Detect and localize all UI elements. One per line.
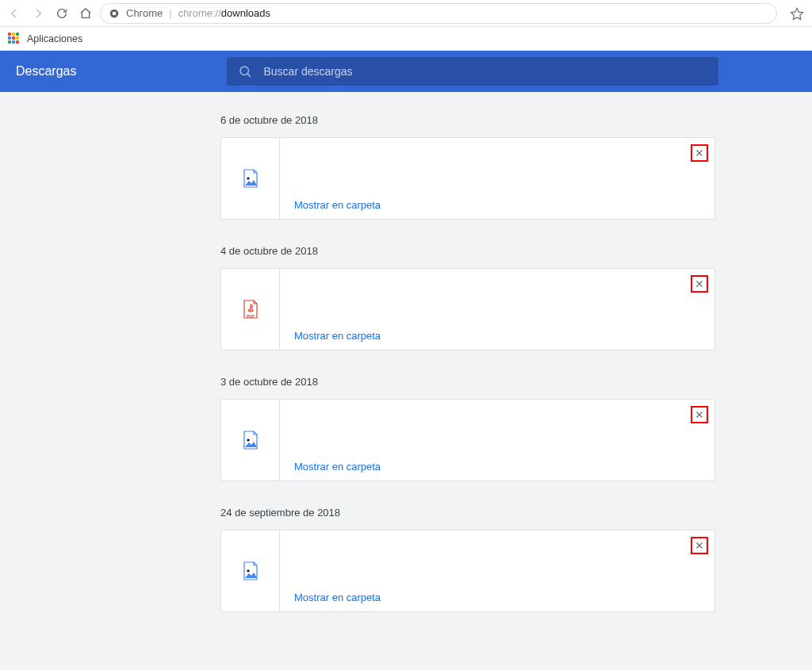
- download-item: Mostrar en carpeta: [220, 137, 715, 220]
- download-body: Mostrar en carpeta: [280, 530, 714, 611]
- omnibox-separator: |: [169, 7, 171, 19]
- group-date: 6 de octubre de 2018: [220, 114, 715, 126]
- show-in-folder-link[interactable]: Mostrar en carpeta: [294, 199, 381, 211]
- url-prefix: chrome://: [178, 7, 221, 19]
- download-body: Mostrar en carpeta: [280, 269, 714, 350]
- close-icon: [695, 148, 704, 158]
- download-item: Mostrar en carpeta: [220, 530, 715, 612]
- svg-point-5: [247, 177, 249, 179]
- svg-point-1: [113, 11, 117, 15]
- svg-point-3: [240, 67, 249, 75]
- download-item: Mostrar en carpeta: [220, 399, 715, 481]
- close-icon: [695, 410, 704, 419]
- file-thumbnail: PDF: [221, 269, 280, 350]
- group-date: 4 de octubre de 2018: [220, 245, 715, 257]
- download-group: 3 de octubre de 2018 Mostrar en carpeta: [220, 376, 715, 481]
- apps-icon[interactable]: [8, 33, 21, 45]
- download-item: PDF Mostrar en carpeta: [220, 268, 715, 350]
- close-icon: [695, 541, 704, 550]
- svg-text:PDF: PDF: [247, 314, 255, 319]
- search-icon: [238, 64, 252, 78]
- search-box[interactable]: [227, 57, 718, 86]
- image-file-icon: [242, 561, 259, 581]
- file-thumbnail: [221, 138, 280, 219]
- image-file-icon: [242, 430, 259, 450]
- remove-download-button[interactable]: [691, 537, 708, 554]
- browser-nav-bar: Chrome | chrome://downloads: [0, 0, 812, 27]
- nav-icon-group: [8, 7, 92, 20]
- group-date: 24 de septiembre de 2018: [220, 507, 715, 519]
- downloads-header: Descargas: [0, 51, 812, 92]
- apps-label[interactable]: Aplicaciones: [27, 33, 82, 44]
- forward-button[interactable]: [32, 7, 44, 20]
- remove-download-button[interactable]: [691, 144, 708, 162]
- file-thumbnail: [221, 400, 280, 480]
- image-file-icon: [242, 168, 259, 189]
- omnibox-url: chrome://downloads: [178, 7, 270, 19]
- page-origin-label: Chrome: [126, 7, 163, 19]
- show-in-folder-link[interactable]: Mostrar en carpeta: [294, 330, 381, 342]
- pdf-file-icon: PDF: [242, 299, 259, 320]
- svg-point-11: [247, 438, 249, 441]
- url-path: downloads: [221, 7, 270, 19]
- search-input[interactable]: [263, 65, 707, 78]
- omnibox[interactable]: Chrome | chrome://downloads: [100, 3, 777, 24]
- svg-point-14: [247, 569, 249, 572]
- reload-button[interactable]: [56, 7, 68, 20]
- home-button[interactable]: [79, 7, 92, 20]
- remove-download-button[interactable]: [691, 406, 708, 423]
- remove-download-button[interactable]: [691, 275, 708, 293]
- page-title: Descargas: [16, 64, 76, 78]
- file-thumbnail: [221, 530, 280, 611]
- downloads-list: 6 de octubre de 2018 Mostrar en carpeta …: [220, 114, 715, 612]
- download-group: 4 de octubre de 2018 PDF Mostrar en carp…: [220, 245, 715, 350]
- bookmarks-bar: Aplicaciones: [0, 27, 812, 51]
- show-in-folder-link[interactable]: Mostrar en carpeta: [294, 592, 381, 603]
- chrome-page-icon: [109, 8, 120, 19]
- download-group: 6 de octubre de 2018 Mostrar en carpeta: [220, 114, 715, 220]
- download-group: 24 de septiembre de 2018 Mostrar en carp…: [220, 507, 715, 612]
- download-body: Mostrar en carpeta: [280, 400, 714, 480]
- back-button[interactable]: [8, 7, 21, 20]
- group-date: 3 de octubre de 2018: [220, 376, 715, 388]
- svg-line-4: [248, 74, 251, 76]
- close-icon: [695, 279, 704, 289]
- download-body: Mostrar en carpeta: [280, 138, 714, 219]
- bookmark-star-button[interactable]: [790, 6, 804, 21]
- svg-marker-2: [791, 8, 803, 19]
- downloads-content: 6 de octubre de 2018 Mostrar en carpeta …: [0, 92, 812, 670]
- show-in-folder-link[interactable]: Mostrar en carpeta: [294, 461, 381, 473]
